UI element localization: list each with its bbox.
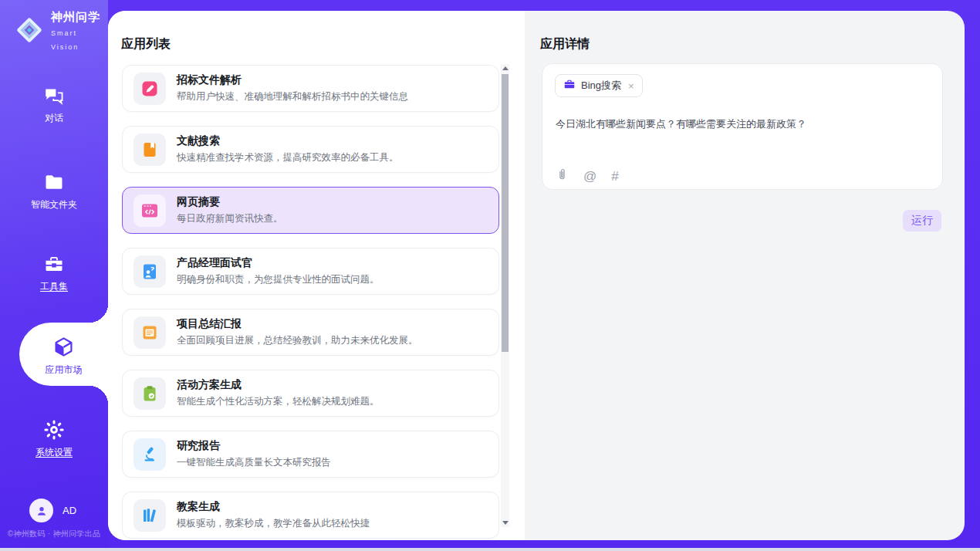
sidebar: 神州问学 Smart Vision 对话 智能文件夹 工具集 — [0, 0, 108, 551]
app-card-web-summary[interactable]: 网页摘要 每日政府新闻资讯快查。 — [122, 187, 499, 234]
sidebar-item-label: 对话 — [0, 112, 108, 125]
app-list-scrollbar[interactable] — [501, 64, 509, 527]
app-desc: 一键智能生成高质量长文本研究报告 — [177, 456, 331, 469]
app-desc: 明确身份和职责，为您提供专业性的面试问题。 — [177, 273, 380, 286]
prompt-composer[interactable]: Bing搜索 × 今日湖北有哪些新闻要点？有哪些需要关注的最新政策？ @ # — [542, 63, 943, 190]
composer-toolbar: @ # — [556, 167, 619, 185]
app-card-activity-plan[interactable]: 活动方案生成 智能生成个性化活动方案，轻松解决规划难题。 — [122, 370, 499, 417]
sidebar-item-smart-folder[interactable]: 智能文件夹 — [0, 171, 108, 211]
sidebar-item-label: 工具集 — [0, 280, 108, 293]
tool-chip-label: Bing搜索 — [581, 79, 621, 93]
window-bottom-edge — [0, 548, 980, 551]
app-card-research-report[interactable]: 研究报告 一键智能生成高质量长文本研究报告 — [122, 431, 499, 478]
app-name: 项目总结汇报 — [177, 317, 418, 331]
app-desc: 帮助用户快速、准确地理解和解析招标书中的关键信息 — [177, 90, 408, 103]
app-card-lesson-plan[interactable]: 教案生成 模板驱动，教案秒成，教学准备从此轻松快捷 — [122, 492, 499, 539]
briefcase-icon — [563, 78, 576, 93]
app-list-title: 应用列表 — [121, 36, 171, 52]
sidebar-item-chat[interactable]: 对话 — [0, 85, 108, 125]
brand-gem-icon — [14, 15, 45, 49]
bubble-corner-bottom — [90, 386, 108, 404]
run-button[interactable]: 运行 — [903, 210, 941, 232]
browser-code-icon — [133, 194, 166, 227]
books-icon — [133, 499, 166, 532]
user-account[interactable]: AD — [29, 499, 76, 522]
app-desc: 快速精准查找学术资源，提高研究效率的必备工具。 — [177, 151, 399, 164]
sidebar-item-label: 系统设置 — [0, 446, 108, 459]
sidebar-item-label: 智能文件夹 — [0, 198, 108, 211]
toolbox-icon — [0, 253, 108, 275]
app-card-pm-interviewer[interactable]: 产品经理面试官 明确身份和职责，为您提供专业性的面试问题。 — [122, 248, 499, 295]
sidebar-item-app-market[interactable]: 应用市场 — [19, 323, 108, 386]
app-desc: 模板驱动，教案秒成，教学准备从此轻松快捷 — [177, 517, 370, 530]
app-list: 招标文件解析 帮助用户快速、准确地理解和解析招标书中的关键信息 文献搜索 快速精… — [122, 65, 499, 539]
sidebar-footer: ©神州数码 · 神州问学出品 — [0, 529, 108, 539]
bubble-corner-top — [90, 304, 108, 323]
attachment-icon[interactable] — [556, 167, 569, 185]
pen-edit-icon — [133, 73, 166, 105]
app-desc: 全面回顾项目进展，总结经验教训，助力未来优化发展。 — [177, 334, 418, 347]
content-panel: 应用列表 招标文件解析 帮助用户快速、准确地理解和解析招标书中的关键信息 — [108, 11, 965, 540]
app-desc: 每日政府新闻资讯快查。 — [177, 212, 283, 225]
avatar — [29, 499, 53, 522]
app-name: 活动方案生成 — [177, 378, 380, 392]
brand: 神州问学 Smart Vision — [14, 10, 108, 52]
app-desc: 智能生成个性化活动方案，轻松解决规划难题。 — [177, 395, 380, 408]
chat-icon — [0, 85, 108, 106]
microscope-icon — [133, 438, 166, 471]
scroll-down-icon[interactable] — [502, 521, 509, 525]
app-list-panel: 应用列表 招标文件解析 帮助用户快速、准确地理解和解析招标书中的关键信息 — [108, 11, 525, 540]
brand-subtitle: Smart Vision — [51, 29, 79, 51]
app-name: 文献搜索 — [177, 134, 399, 148]
tool-chip-bing-search[interactable]: Bing搜索 × — [555, 74, 643, 97]
query-input[interactable]: 今日湖北有哪些新闻要点？有哪些需要关注的最新政策？ — [556, 117, 926, 131]
app-card-literature-search[interactable]: 文献搜索 快速精准查找学术资源，提高研究效率的必备工具。 — [122, 126, 499, 173]
folder-icon — [0, 171, 108, 193]
app-name: 产品经理面试官 — [177, 256, 380, 270]
app-detail-panel: 应用详情 Bing搜索 × 今日湖北有哪些新闻要点？有哪些需要关注的最新政策？ — [525, 11, 965, 540]
app-card-bid-analysis[interactable]: 招标文件解析 帮助用户快速、准确地理解和解析招标书中的关键信息 — [122, 65, 499, 112]
sidebar-item-toolset[interactable]: 工具集 — [0, 253, 108, 293]
book-icon — [133, 134, 166, 166]
cube-icon — [19, 336, 108, 358]
app-card-project-summary[interactable]: 项目总结汇报 全面回顾项目进展，总结经验教训，助力未来优化发展。 — [122, 309, 499, 356]
scrollbar-thumb[interactable] — [502, 74, 509, 352]
sidebar-item-settings[interactable]: 系统设置 — [0, 419, 108, 459]
scroll-up-icon[interactable] — [502, 66, 509, 70]
clipboard-check-icon — [133, 377, 166, 410]
app-name: 研究报告 — [177, 439, 331, 453]
close-icon[interactable]: × — [628, 80, 634, 92]
gear-icon — [0, 419, 108, 441]
brand-name: 神州问学 — [51, 10, 100, 23]
app-name: 网页摘要 — [177, 195, 283, 209]
note-icon — [133, 316, 166, 349]
user-initials: AD — [63, 505, 76, 516]
sidebar-item-label: 应用市场 — [19, 363, 108, 377]
app-detail-title: 应用详情 — [540, 36, 590, 52]
interviewer-icon — [133, 255, 166, 288]
topic-icon[interactable]: # — [611, 169, 618, 184]
mention-icon[interactable]: @ — [583, 169, 596, 184]
app-name: 招标文件解析 — [177, 73, 408, 87]
app-name: 教案生成 — [177, 500, 370, 514]
